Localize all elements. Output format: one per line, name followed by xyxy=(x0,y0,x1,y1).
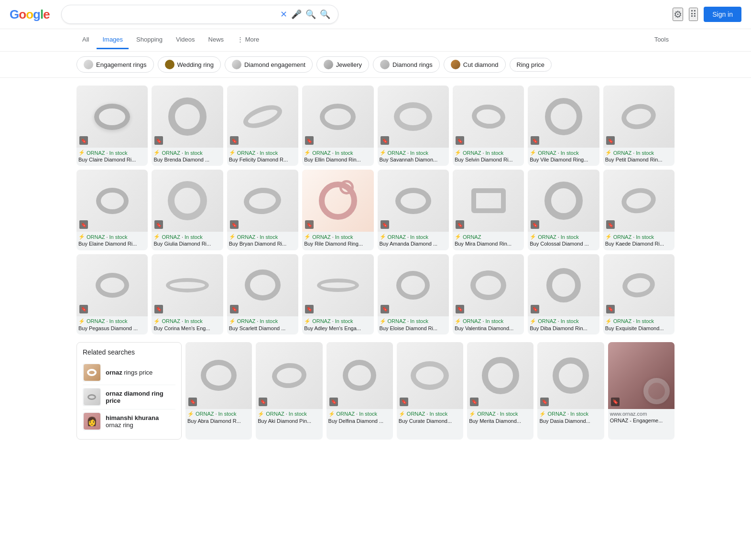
image-card[interactable]: 🔖 www.ornaz.com ORNAZ - Engageme... xyxy=(608,342,675,440)
chip-cut-diamond[interactable]: Cut diamond xyxy=(444,56,506,73)
image-card[interactable]: 🔖 ⚡ORNAZ · In stock Buy Kaede Diamond Ri… xyxy=(603,170,675,250)
bookmark-icon: 🔖 xyxy=(329,398,338,406)
related-searches-panel: Related searches ornaz rings price ornaz… xyxy=(76,342,182,440)
image-card[interactable]: 🔖 ⚡ORNAZ · In stock Buy Petit Diamond Ri… xyxy=(603,86,675,166)
tab-more[interactable]: ⋮ More xyxy=(231,31,265,49)
search-button[interactable]: 🔍 xyxy=(320,9,330,20)
image-card[interactable]: 🔖 ⚡ORNAZ · In stock Buy Dasia Diamond... xyxy=(537,342,604,440)
bookmark-icon: 🔖 xyxy=(154,136,163,145)
image-card[interactable]: 🔖 ⚡ORNAZ · In stock Buy Exquisite Diamon… xyxy=(603,254,675,334)
image-card[interactable]: 🔖 ⚡ORNAZ · In stock Buy Scarlett Diamond… xyxy=(227,254,298,334)
card-title: Buy Ellin Diamond Rin... xyxy=(304,156,371,163)
search-bar[interactable]: ornaz ring products ✕ 🎤 🔍 🔍 xyxy=(61,5,338,24)
brand-badge: ⚡ORNAZ · In stock xyxy=(380,318,447,324)
tab-images[interactable]: Images xyxy=(97,31,129,49)
brand-badge: ⚡ORNAZ · In stock xyxy=(399,411,461,417)
bookmark-icon: 🔖 xyxy=(154,305,163,313)
card-title: ORNAZ - Engageme... xyxy=(610,417,673,424)
related-searches: Related searches ornaz rings price ornaz… xyxy=(76,342,182,440)
card-title: Buy Colossal Diamond ... xyxy=(530,240,597,247)
related-search-item[interactable]: ornaz rings price xyxy=(83,361,175,385)
related-searches-title: Related searches xyxy=(83,348,175,356)
image-card[interactable]: 🔖 ⚡ORNAZ · In stock Buy Diba Diamond Rin… xyxy=(528,254,599,334)
bookmark-icon: 🔖 xyxy=(611,398,620,406)
image-card[interactable]: 🔖 ⚡ORNAZ · In stock Buy Felicity Diamond… xyxy=(227,86,298,166)
clear-search-button[interactable]: ✕ xyxy=(280,9,287,20)
bookmark-icon: 🔖 xyxy=(230,136,239,145)
image-card[interactable]: 🔖 ⚡ORNAZ · In stock Buy Abra Diamond R..… xyxy=(185,342,252,440)
card-title: Buy Rile Diamond Ring... xyxy=(304,240,371,247)
card-title: Buy Exquisite Diamond... xyxy=(605,325,673,332)
bookmark-icon: 🔖 xyxy=(381,220,389,229)
chip-diamond-engagement[interactable]: Diamond engagement xyxy=(225,56,313,73)
related-search-item[interactable]: ornaz diamond ring price xyxy=(83,385,175,409)
image-card[interactable]: 🔖 ⚡ORNAZ · In stock Buy Aki Diamond Pin.… xyxy=(256,342,322,440)
bookmark-icon: 🔖 xyxy=(540,398,549,406)
image-card[interactable]: 🔖 ⚡ORNAZ · In stock Buy Savannah Diamon.… xyxy=(378,86,449,166)
chip-ring-price[interactable]: Ring price xyxy=(510,58,552,72)
image-card[interactable]: 🔖 ⚡ORNAZ · In stock Buy Curate Diamond..… xyxy=(397,342,463,440)
bookmark-icon: 🔖 xyxy=(606,220,615,229)
card-title: Buy Felicity Diamond R... xyxy=(229,156,296,163)
brand-badge: www.ornaz.com xyxy=(610,411,673,417)
card-title: Buy Abra Diamond R... xyxy=(187,418,250,424)
image-card[interactable]: 🔖 ⚡ORNAZ · In stock Buy Pegasus Diamond … xyxy=(76,254,148,334)
image-card[interactable]: 🔖 ⚡ORNAZ Buy Mira Diamond Rin... xyxy=(453,170,524,250)
image-card[interactable]: 🔖 ⚡ORNAZ · In stock Buy Delfina Diamond … xyxy=(327,342,393,440)
image-card[interactable]: 🔖 ⚡ORNAZ · In stock Buy Selvin Diamond R… xyxy=(453,86,524,166)
image-card[interactable]: 🔖 ⚡ORNAZ · In stock Buy Rile Diamond Rin… xyxy=(302,170,373,250)
bookmark-icon: 🔖 xyxy=(381,305,389,313)
image-card[interactable]: 🔖 ⚡ORNAZ · In stock Buy Adley Men's Enga… xyxy=(302,254,373,334)
card-title: Buy Dasia Diamond... xyxy=(539,418,602,424)
chip-diamond-rings[interactable]: Diamond rings xyxy=(373,56,440,73)
image-card[interactable]: 🔖 ⚡ORNAZ · In stock Buy Valentina Diamon… xyxy=(453,254,524,334)
signin-button[interactable]: Sign in xyxy=(704,7,741,22)
card-title: Buy Petit Diamond Rin... xyxy=(605,156,673,163)
image-card[interactable]: 🔖 ⚡ORNAZ · In stock Buy Corina Men's Eng… xyxy=(152,254,223,334)
image-card[interactable]: 🔖 ⚡ORNAZ · In stock Buy Vile Diamond Rin… xyxy=(528,86,599,166)
brand-badge: ⚡ORNAZ · In stock xyxy=(530,150,597,156)
card-title: Buy Aki Diamond Pin... xyxy=(258,418,320,424)
tab-videos[interactable]: Videos xyxy=(170,31,201,49)
image-card[interactable]: 🔖 ⚡ORNAZ · In stock Buy Claire Diamond R… xyxy=(76,86,148,166)
image-card[interactable]: 🔖 ⚡ORNAZ · In stock Buy Colossal Diamond… xyxy=(528,170,599,250)
card-title: Buy Amanda Diamond ... xyxy=(380,240,447,247)
chip-wedding-ring[interactable]: Wedding ring xyxy=(158,56,221,73)
chip-jewellery[interactable]: Jewellery xyxy=(316,56,369,73)
image-card[interactable]: 🔖 ⚡ORNAZ · In stock Buy Merita Diamond..… xyxy=(467,342,533,440)
tab-shopping[interactable]: Shopping xyxy=(131,31,168,49)
image-card[interactable]: 🔖 ⚡ORNAZ · In stock Buy Ellin Diamond Ri… xyxy=(302,86,373,166)
image-card[interactable]: 🔖 ⚡ORNAZ · In stock Buy Amanda Diamond .… xyxy=(378,170,449,250)
image-search-button[interactable]: 🔍 xyxy=(305,9,316,20)
brand-badge: ⚡ORNAZ · In stock xyxy=(258,411,320,417)
tab-news[interactable]: News xyxy=(203,31,230,49)
brand-badge: ⚡ORNAZ · In stock xyxy=(455,150,522,156)
bookmark-icon: 🔖 xyxy=(79,220,88,229)
brand-badge: ⚡ORNAZ · In stock xyxy=(328,411,391,417)
brand-badge: ⚡ORNAZ · In stock xyxy=(229,150,296,156)
image-card[interactable]: 🔖 ⚡ORNAZ · In stock Buy Eloise Diamond R… xyxy=(378,254,449,334)
tab-all[interactable]: All xyxy=(76,31,95,49)
brand-badge: ⚡ORNAZ · In stock xyxy=(304,150,371,156)
settings-button[interactable]: ⚙ xyxy=(673,8,683,21)
image-card[interactable]: 🔖 ⚡ORNAZ · In stock Buy Giulia Diamond R… xyxy=(152,170,223,250)
bookmark-icon: 🔖 xyxy=(79,305,88,313)
search-input[interactable]: ornaz ring products xyxy=(69,10,276,19)
brand-badge: ⚡ORNAZ · In stock xyxy=(380,150,447,156)
tools-button[interactable]: Tools xyxy=(649,31,675,49)
chip-engagement-rings[interactable]: Engagement rings xyxy=(76,56,154,73)
image-card[interactable]: 🔖 ⚡ORNAZ · In stock Buy Brenda Diamond .… xyxy=(152,86,223,166)
brand-badge: ⚡ORNAZ · In stock xyxy=(530,318,597,324)
image-card[interactable]: 🔖 ⚡ORNAZ · In stock Buy Bryan Diamond Ri… xyxy=(227,170,298,250)
bookmark-icon: 🔖 xyxy=(259,398,267,406)
voice-search-button[interactable]: 🎤 xyxy=(291,9,302,20)
apps-button[interactable]: ⠿ xyxy=(689,8,698,21)
card-title: Buy Scarlett Diamond ... xyxy=(229,325,296,332)
card-title: Buy Diba Diamond Rin... xyxy=(530,325,597,332)
related-search-item[interactable]: 👩 himanshi khurana ornaz ring xyxy=(83,409,175,433)
bookmark-icon: 🔖 xyxy=(79,136,88,145)
brand-badge: ⚡ORNAZ · In stock xyxy=(187,411,250,417)
brand-badge: ⚡ORNAZ · In stock xyxy=(539,411,602,417)
header-right: ⚙ ⠿ Sign in xyxy=(673,7,741,22)
image-card[interactable]: 🔖 ⚡ORNAZ · In stock Buy Elaine Diamond R… xyxy=(76,170,148,250)
